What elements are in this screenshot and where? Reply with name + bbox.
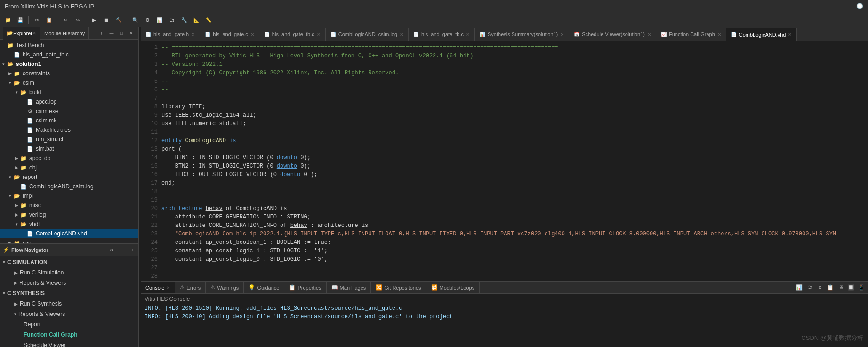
- flow-schedule-viewer[interactable]: Schedule Viewer: [0, 340, 138, 347]
- bottom-right-icon-btn[interactable]: 📱: [857, 283, 866, 292]
- bottom-tab[interactable]: 💡Guidance: [244, 282, 284, 294]
- bottom-tab[interactable]: ⚠Errors: [175, 282, 206, 294]
- code-line: -- Version: 2022.1: [161, 60, 868, 69]
- toolbar-btn-measure2[interactable]: 📏: [203, 15, 214, 25]
- tree-item[interactable]: ▶📁misc: [0, 201, 138, 210]
- bottom-right-icon-btn[interactable]: 🖥: [836, 283, 845, 292]
- tree-item[interactable]: 📄run_sim.tcl: [0, 135, 138, 144]
- flow-run-csynth[interactable]: ▶ Run C Synthesis: [0, 299, 138, 309]
- tree-item[interactable]: ⚙csim.exe: [0, 106, 138, 116]
- editor-tab[interactable]: 📄CombLogicAND.vhd✕: [726, 28, 797, 41]
- editor-tab[interactable]: 📅Schedule Viewer(solution1)✕: [569, 28, 656, 41]
- toolbar-btn-undo[interactable]: ↩: [60, 15, 71, 25]
- tree-item[interactable]: ▶📁syn: [0, 238, 138, 243]
- tree-item[interactable]: ▾📂solution1: [0, 59, 138, 69]
- tab-close-btn[interactable]: ✕: [788, 32, 792, 37]
- tree-item[interactable]: ▶📁constraints: [0, 69, 138, 78]
- editor-tab[interactable]: 📄hls_and_gate_tb.c✕: [409, 28, 475, 41]
- bottom-tab[interactable]: ⚠Warnings: [206, 282, 244, 294]
- bottom-tab[interactable]: 🔁Modules/Loops: [426, 282, 480, 294]
- editor-tab[interactable]: 📄hls_and_gate.c✕: [200, 28, 259, 41]
- toolbar-btn-tools[interactable]: 🔧: [179, 15, 189, 25]
- explorer-minimize-btn[interactable]: —: [107, 29, 116, 38]
- toolbar-sep-3: [86, 16, 86, 24]
- toolbar-btn-build[interactable]: 🔨: [113, 15, 124, 25]
- tab-label: hls_and_gate.h: [153, 32, 189, 37]
- tree-item[interactable]: ▶📁verilog: [0, 210, 138, 219]
- tree-item[interactable]: ▾📂report: [0, 172, 138, 182]
- tree-arrow-icon: ▾: [7, 194, 13, 198]
- toolbar-btn-chart[interactable]: 📊: [154, 15, 165, 25]
- tree-item[interactable]: 📄Makefile.rules: [0, 125, 138, 135]
- explorer-close-btn[interactable]: ✕: [127, 29, 136, 38]
- code-editor[interactable]: 1234567891011121314151617181920212223242…: [141, 41, 868, 281]
- tree-item[interactable]: 📄hls_and_gate_tb.c: [0, 50, 138, 59]
- explorer-maximize-btn[interactable]: □: [117, 29, 126, 38]
- toolbar-btn-copy[interactable]: 📋: [44, 15, 54, 25]
- tab-close-btn[interactable]: ✕: [647, 32, 651, 37]
- bottom-tab-close-btn[interactable]: ✕: [166, 285, 170, 290]
- editor-tab[interactable]: 📊Synthesis Summary(solution1)✕: [475, 28, 569, 41]
- tree-item[interactable]: 📁Test Bench: [0, 40, 138, 50]
- tab-close-btn[interactable]: ✕: [717, 32, 721, 37]
- bottom-tab[interactable]: 📋Properties: [284, 282, 326, 294]
- toolbar-btn-files[interactable]: 🗂: [167, 15, 177, 25]
- flow-close-btn[interactable]: ✕: [107, 246, 116, 254]
- explorer-header-icons: ⟨ — □ ✕: [97, 29, 136, 38]
- flow-function-call-graph[interactable]: Function Call Graph: [0, 330, 138, 340]
- tab-close-btn[interactable]: ✕: [560, 32, 564, 37]
- editor-tab[interactable]: 📈Function Call Graph✕: [656, 28, 726, 41]
- tree-item[interactable]: 📄CombLogicAND.vhd: [0, 229, 138, 238]
- tree-item[interactable]: 📄CombLogicAND_csim.log: [0, 182, 138, 191]
- flow-minimize-btn[interactable]: —: [117, 246, 126, 254]
- tree-item[interactable]: ▾📂impl: [0, 191, 138, 201]
- toolbar-btn-new[interactable]: 📁: [3, 15, 13, 25]
- toolbar-btn-cut[interactable]: ✂: [32, 15, 42, 25]
- flow-reports-csim[interactable]: ▶ Reports & Viewers: [0, 278, 138, 288]
- toolbar-btn-measure1[interactable]: 📐: [191, 15, 201, 25]
- tree-file-icon: 📁: [20, 211, 27, 218]
- tree-item[interactable]: 📄apcc.log: [0, 97, 138, 106]
- editor-tab[interactable]: 📄hls_and_gate.h✕: [141, 28, 200, 41]
- bottom-right-icon-btn[interactable]: ⚙: [815, 283, 825, 292]
- tree-item[interactable]: ▶📁obj: [0, 163, 138, 172]
- tab-close-btn[interactable]: ✕: [400, 32, 403, 37]
- flow-csim-header[interactable]: ▾ C SIMULATION: [0, 257, 138, 267]
- tree-item[interactable]: ▾📂build: [0, 88, 138, 97]
- toolbar-btn-save[interactable]: 💾: [15, 15, 25, 25]
- tree-item[interactable]: ▾📂vhdl: [0, 219, 138, 229]
- tree-item[interactable]: ▶📁apcc_db: [0, 153, 138, 163]
- code-token: downto: [280, 171, 300, 178]
- bottom-right-icon-btn[interactable]: 📋: [826, 283, 835, 292]
- flow-run-csim[interactable]: ▶ Run C Simulation: [0, 267, 138, 278]
- explorer-tab-close[interactable]: ✕: [32, 31, 36, 36]
- toolbar-btn-search[interactable]: 🔍: [130, 15, 140, 25]
- tree-item[interactable]: 📄sim.bat: [0, 144, 138, 153]
- bottom-tab[interactable]: 🔀Git Repositories: [371, 282, 426, 294]
- toolbar-btn-stop[interactable]: ⏹: [101, 15, 112, 25]
- bottom-tab[interactable]: 📖Man Pages: [327, 282, 371, 294]
- toolbar-btn-redo[interactable]: ↪: [72, 15, 83, 25]
- flow-maximize-btn[interactable]: □: [127, 246, 136, 254]
- editor-tab[interactable]: 📄hls_and_gate_tb.c✕: [259, 28, 326, 41]
- tree-item[interactable]: 📄csim.mk: [0, 116, 138, 125]
- tab-explorer[interactable]: 📂 Explorer ✕: [3, 27, 40, 40]
- toolbar-btn-run[interactable]: ▶: [89, 15, 99, 25]
- flow-reports-csynth[interactable]: ▾ Reports & Viewers: [0, 309, 138, 319]
- bottom-right-icon-btn[interactable]: 📊: [795, 283, 804, 292]
- bottom-right-icon-btn[interactable]: 🗂: [805, 283, 814, 292]
- tab-close-btn[interactable]: ✕: [317, 32, 321, 37]
- bottom-tab[interactable]: Console ✕: [141, 282, 175, 294]
- tree-item[interactable]: ▾📂csim: [0, 78, 138, 88]
- flow-csynth-header[interactable]: ▾ C SYNTHESIS: [0, 288, 138, 299]
- editor-tab[interactable]: 📄CombLogicAND_csim.log✕: [326, 28, 409, 41]
- tab-module-hierarchy[interactable]: Module Hierarchy: [40, 27, 89, 40]
- tab-close-btn[interactable]: ✕: [250, 32, 254, 37]
- tab-close-btn[interactable]: ✕: [466, 32, 470, 37]
- tree-file-icon: 📁: [7, 41, 14, 49]
- tab-close-btn[interactable]: ✕: [191, 32, 195, 37]
- toolbar-btn-settings[interactable]: ⚙: [142, 15, 153, 25]
- explorer-collapse-btn[interactable]: ⟨: [97, 29, 106, 38]
- bottom-right-icon-btn[interactable]: 🔲: [846, 283, 856, 292]
- flow-report[interactable]: Report: [0, 319, 138, 330]
